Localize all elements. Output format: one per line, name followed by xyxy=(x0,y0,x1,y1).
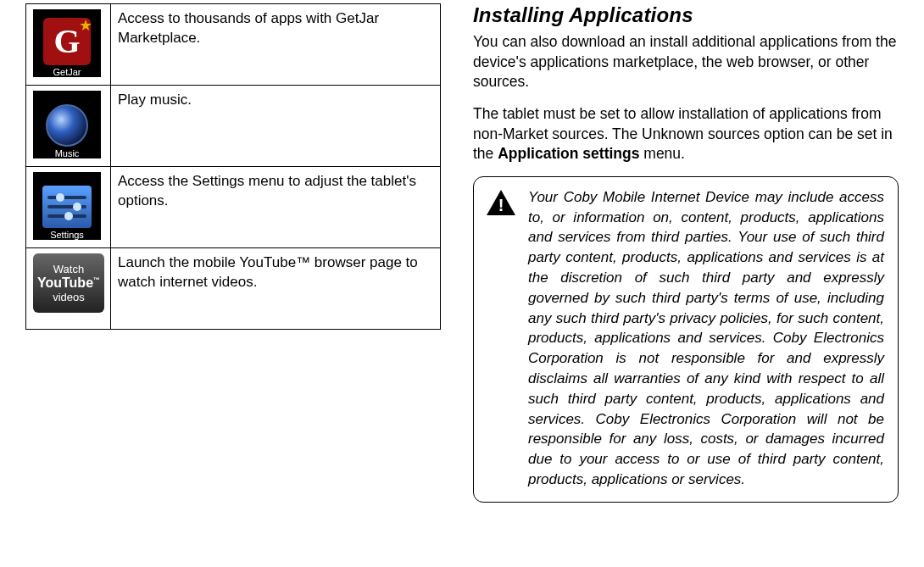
table-row: G GetJar Access to thousands of apps wit… xyxy=(26,4,441,86)
settings-icon: Settings xyxy=(33,172,101,240)
app-icon-cell: G GetJar xyxy=(26,4,111,86)
table-row: Music Play music. xyxy=(26,86,441,167)
app-icon-cell: Settings xyxy=(26,167,111,248)
icon-label: GetJar xyxy=(53,67,81,77)
warning-icon: ! xyxy=(484,187,518,216)
app-desc: Access to thousands of apps with GetJar … xyxy=(111,4,441,86)
paragraph: The tablet must be set to allow installa… xyxy=(473,104,899,164)
callout-text: Your Coby Mobile Internet Device may inc… xyxy=(528,187,884,490)
icon-label: Settings xyxy=(50,230,84,240)
svg-text:!: ! xyxy=(498,196,504,214)
warning-callout: ! Your Coby Mobile Internet Device may i… xyxy=(473,176,899,503)
app-desc: Launch the mobile YouTube™ browser page … xyxy=(111,248,441,330)
left-column: G GetJar Access to thousands of apps wit… xyxy=(0,0,458,567)
apps-table: G GetJar Access to thousands of apps wit… xyxy=(25,3,441,330)
youtube-icon: Watch YouTube videos xyxy=(33,253,104,313)
music-icon: Music xyxy=(33,91,101,158)
app-desc: Access the Settings menu to adjust the t… xyxy=(111,167,441,248)
table-row: Settings Access the Settings menu to adj… xyxy=(26,167,441,248)
app-icon-cell: Watch YouTube videos xyxy=(26,248,111,330)
right-column: Installing Applications You can also dow… xyxy=(458,0,924,567)
table-row: Watch YouTube videos Launch the mobile Y… xyxy=(26,248,441,330)
getjar-icon: G GetJar xyxy=(33,9,101,77)
app-icon-cell: Music xyxy=(26,86,111,167)
icon-label: Music xyxy=(55,148,80,158)
paragraph: You can also download an install additio… xyxy=(473,32,899,92)
section-title: Installing Applications xyxy=(473,3,899,27)
app-desc: Play music. xyxy=(111,86,441,167)
